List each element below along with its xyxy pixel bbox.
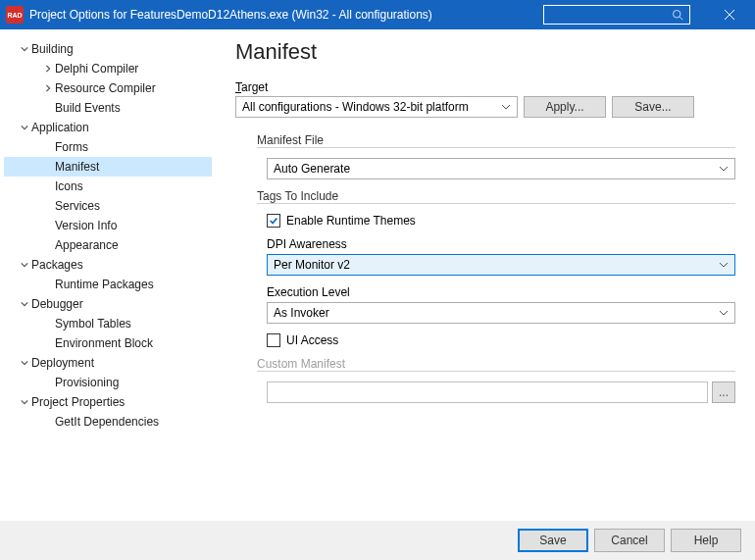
tree-manifest[interactable]: Manifest: [4, 157, 212, 177]
chevron-down-icon: [18, 300, 31, 308]
tree-symbol-tables[interactable]: Symbol Tables: [4, 314, 212, 333]
close-icon: [724, 9, 735, 21]
tree-resource-compiler[interactable]: Resource Compiler: [4, 78, 212, 98]
chevron-down-icon: [719, 308, 729, 318]
svg-point-0: [674, 11, 681, 19]
chevron-down-icon: [719, 164, 729, 174]
apply-button[interactable]: Apply...: [524, 96, 606, 118]
tree-services[interactable]: Services: [4, 196, 212, 216]
tree-deployment[interactable]: Deployment: [4, 353, 212, 373]
enable-themes-label: Enable Runtime Themes: [286, 214, 416, 228]
window-title: Project Options for FeaturesDemoD12Athen…: [29, 8, 432, 22]
save-button[interactable]: Save: [518, 529, 588, 552]
chevron-down-icon: [501, 102, 511, 112]
svg-line-1: [680, 17, 682, 20]
manifest-file-label: Manifest File: [257, 133, 735, 147]
exec-select[interactable]: As Invoker: [267, 302, 735, 324]
tree-environment-block[interactable]: Environment Block: [4, 333, 212, 353]
chevron-down-icon: [18, 124, 31, 131]
chevron-down-icon: [18, 359, 31, 367]
enable-themes-checkbox[interactable]: [267, 214, 280, 228]
tree-version-info[interactable]: Version Info: [4, 216, 212, 235]
page-title: Manifest: [235, 39, 735, 65]
tree-appearance[interactable]: Appearance: [4, 235, 212, 255]
chevron-right-icon: [41, 65, 55, 73]
ui-access-label: UI Access: [286, 333, 338, 347]
save-as-button[interactable]: Save...: [612, 96, 694, 118]
tags-label: Tags To Include: [257, 189, 735, 203]
chevron-right-icon: [41, 84, 55, 92]
search-input[interactable]: [543, 5, 690, 25]
titlebar: RAD Project Options for FeaturesDemoD12A…: [0, 0, 755, 29]
tree-packages[interactable]: Packages: [4, 255, 212, 275]
exec-label: Execution Level: [267, 285, 735, 299]
chevron-down-icon: [18, 261, 31, 269]
tree-getit-dependencies[interactable]: GetIt Dependencies: [4, 412, 212, 432]
dpi-label: DPI Awareness: [267, 237, 735, 251]
target-label: Target: [235, 80, 735, 94]
close-button[interactable]: [710, 0, 749, 29]
cancel-button[interactable]: Cancel: [594, 529, 665, 552]
custom-manifest-input[interactable]: [267, 382, 708, 403]
app-icon: RAD: [6, 6, 24, 24]
browse-button[interactable]: ...: [712, 382, 735, 403]
chevron-down-icon: [719, 260, 729, 270]
tree-application[interactable]: Application: [4, 118, 212, 137]
main-panel: Manifest Target All configurations - Win…: [216, 29, 755, 521]
tree-build-events[interactable]: Build Events: [4, 98, 212, 118]
tree-provisioning[interactable]: Provisioning: [4, 373, 212, 392]
dialog-footer: Save Cancel Help: [0, 521, 755, 560]
tree-runtime-packages[interactable]: Runtime Packages: [4, 275, 212, 294]
help-button[interactable]: Help: [671, 529, 741, 552]
search-icon: [672, 9, 683, 21]
target-select[interactable]: All configurations - Windows 32-bit plat…: [235, 96, 518, 118]
ui-access-checkbox[interactable]: [267, 333, 280, 347]
dpi-select[interactable]: Per Monitor v2: [267, 254, 735, 276]
chevron-down-icon: [18, 45, 31, 53]
tree-forms[interactable]: Forms: [4, 137, 212, 157]
chevron-down-icon: [18, 398, 31, 406]
nav-tree: Building Delphi Compiler Resource Compil…: [0, 29, 216, 521]
tree-delphi-compiler[interactable]: Delphi Compiler: [4, 59, 212, 78]
tree-project-properties[interactable]: Project Properties: [4, 392, 212, 412]
custom-manifest-label: Custom Manifest: [257, 357, 735, 371]
tree-icons[interactable]: Icons: [4, 177, 212, 196]
tree-building[interactable]: Building: [4, 39, 212, 59]
tree-debugger[interactable]: Debugger: [4, 294, 212, 314]
manifest-file-select[interactable]: Auto Generate: [267, 158, 735, 179]
